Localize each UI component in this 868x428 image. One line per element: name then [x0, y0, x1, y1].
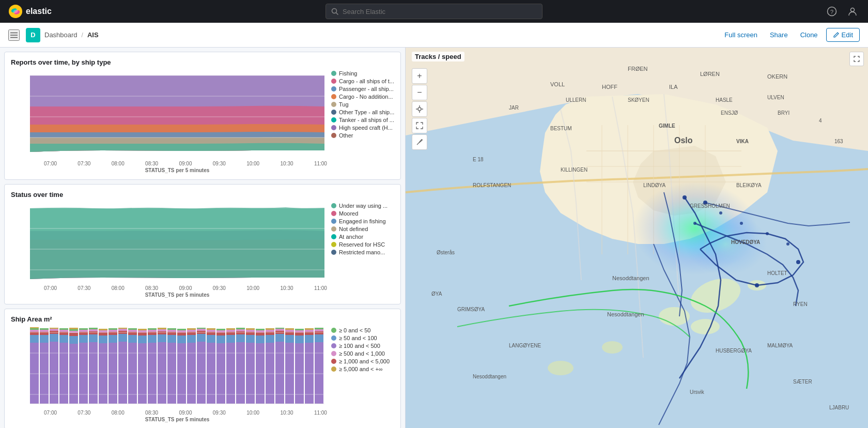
svg-text:Nesoddtangen: Nesoddtangen — [473, 374, 506, 379]
svg-rect-104 — [158, 334, 166, 342]
svg-rect-60 — [69, 331, 78, 333]
svg-rect-70 — [89, 331, 98, 334]
svg-point-218 — [693, 222, 696, 225]
svg-text:FRØEN: FRØEN — [628, 66, 648, 72]
svg-rect-164 — [275, 334, 284, 342]
chart3-panel: Ship Area m² 8,000 6,000 4,000 2,000 0 — [4, 309, 401, 428]
svg-rect-51 — [50, 328, 58, 329]
svg-rect-63 — [79, 343, 88, 404]
charts-panel: Reports over time, by ship type 8,000 6,… — [0, 48, 406, 428]
zoom-out-button[interactable]: − — [412, 85, 427, 100]
svg-rect-184 — [315, 334, 323, 342]
svg-rect-86 — [118, 329, 127, 331]
svg-rect-88 — [128, 343, 137, 404]
chart3-svg-wrapper: 8,000 6,000 4,000 2,000 0 — [27, 327, 327, 422]
svg-rect-102 — [148, 328, 157, 330]
svg-rect-175 — [295, 332, 304, 335]
svg-text:BESTUM: BESTUM — [550, 126, 572, 131]
svg-rect-66 — [79, 330, 88, 332]
svg-rect-137 — [216, 329, 225, 330]
legend-item-reservedhsc: Reserved for HSC — [331, 241, 406, 248]
svg-point-223 — [796, 260, 800, 264]
svg-rect-153 — [256, 343, 265, 404]
legend-item-tug: Tug — [331, 101, 406, 108]
legend-dot-engagedfishing — [331, 219, 336, 224]
svg-rect-145 — [236, 331, 245, 334]
svg-text:ØYA: ØYA — [431, 291, 442, 297]
svg-rect-154 — [256, 335, 265, 343]
svg-point-212 — [602, 341, 623, 354]
svg-rect-178 — [305, 343, 314, 404]
chart1-area: 8,000 6,000 4,000 2,000 0 — [11, 70, 327, 173]
legend-dot-1000-5000 — [331, 359, 336, 364]
svg-text:HOFF: HOFF — [602, 84, 617, 90]
svg-text:ULLERN: ULLERN — [566, 97, 586, 103]
chart1-x-label: STATUS_TS per 5 minutes — [27, 167, 327, 173]
svg-rect-52 — [59, 343, 68, 404]
svg-rect-113 — [177, 343, 186, 404]
legend-dot-100-500 — [331, 343, 336, 348]
clone-button[interactable]: Clone — [796, 29, 822, 41]
svg-rect-142 — [226, 328, 235, 330]
svg-text:MALMØYA: MALMØYA — [767, 343, 793, 348]
elastic-logo-icon — [8, 4, 23, 19]
svg-text:Østerås: Østerås — [437, 250, 455, 255]
svg-rect-42 — [40, 343, 49, 404]
svg-rect-101 — [148, 330, 157, 332]
breadcrumb-bar: D Dashboard / AIS Full screen Share Clon… — [0, 23, 868, 48]
legend-item-100-500: ≥ 100 and < 500 — [331, 343, 406, 349]
fullscreen-button[interactable]: Full screen — [720, 29, 762, 41]
svg-rect-144 — [236, 334, 245, 342]
pencil-icon — [833, 32, 840, 38]
svg-point-198 — [421, 139, 422, 140]
hamburger-button[interactable] — [8, 29, 20, 41]
svg-point-221 — [766, 232, 769, 235]
legend-dot-50-100 — [331, 335, 336, 341]
legend-collapse-button[interactable] — [849, 52, 864, 66]
svg-text:GRESSHOLMEN: GRESSHOLMEN — [690, 203, 730, 209]
map-svg: FRØEN LØREN OKERN VOLL HOFF ILA JAR ULLE… — [406, 48, 868, 428]
legend-item-notdefined: Not defined — [331, 226, 406, 232]
svg-text:LJABRU: LJABRU — [829, 405, 849, 410]
edit-button[interactable]: Edit — [826, 28, 860, 42]
svg-rect-138 — [226, 343, 235, 404]
svg-rect-152 — [246, 328, 255, 330]
breadcrumb-parent[interactable]: Dashboard — [44, 31, 78, 39]
search-bar[interactable] — [326, 4, 542, 19]
legend-dot-fishing — [331, 71, 336, 76]
svg-rect-157 — [256, 329, 265, 330]
legend-item-other: Other — [331, 132, 406, 139]
chart3-svg: 8,000 6,000 4,000 2,000 0 — [27, 327, 327, 407]
svg-rect-56 — [59, 328, 68, 330]
search-input[interactable] — [343, 8, 537, 16]
svg-point-222 — [786, 242, 789, 246]
elastic-logo[interactable]: elastic — [8, 4, 52, 19]
draw-button[interactable] — [412, 134, 427, 150]
svg-rect-77 — [99, 329, 107, 330]
location-button[interactable] — [412, 101, 427, 117]
legend-dot-othertype — [331, 110, 336, 115]
share-button[interactable]: Share — [766, 29, 792, 41]
legend-item-fishing: Fishing — [331, 70, 406, 77]
svg-rect-172 — [285, 328, 294, 330]
svg-rect-129 — [207, 335, 215, 343]
zoom-in-button[interactable]: + — [412, 68, 427, 84]
svg-text:ENSJØ: ENSJØ — [721, 110, 738, 116]
chart2-panel: Status over time 8,000 6,000 4,000 2,000… — [4, 184, 401, 304]
svg-rect-174 — [295, 335, 304, 343]
user-icon[interactable] — [845, 4, 860, 19]
svg-text:?: ? — [830, 9, 833, 15]
elastic-logo-text: elastic — [26, 7, 52, 16]
help-icon[interactable]: ? — [825, 4, 839, 19]
expand-button[interactable] — [412, 118, 427, 133]
nav-right-actions: ? — [825, 4, 860, 19]
legend-dot-cargo1 — [331, 79, 336, 84]
svg-text:LØREN: LØREN — [700, 71, 720, 77]
svg-rect-81 — [109, 330, 117, 332]
svg-text:BRYI: BRYI — [778, 110, 789, 116]
legend-dot-hsc — [331, 125, 336, 130]
legend-dot-restrictedmano — [331, 250, 336, 255]
svg-rect-59 — [69, 333, 78, 336]
svg-rect-115 — [177, 332, 186, 335]
svg-text:LANGØYENE: LANGØYENE — [509, 343, 541, 348]
